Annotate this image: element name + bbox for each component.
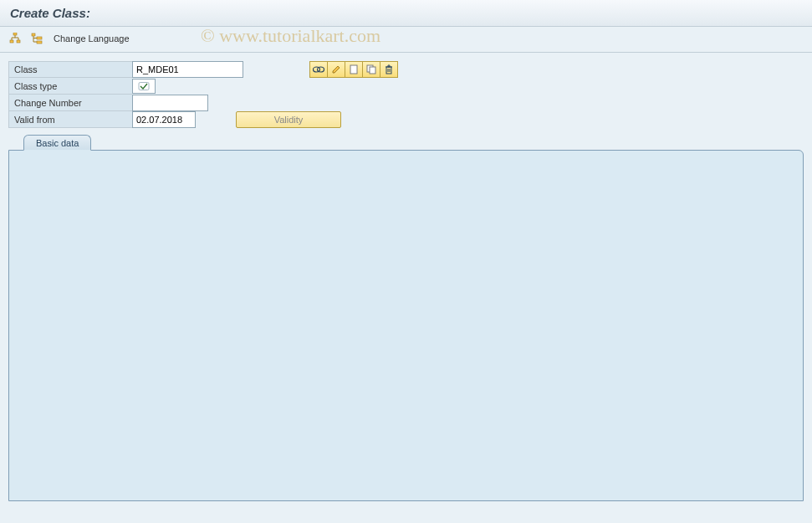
svg-point-7 [318, 67, 324, 72]
class-input[interactable] [132, 61, 243, 78]
label-class-type: Class type [8, 78, 132, 95]
svg-rect-10 [370, 67, 375, 74]
label-valid-from: Valid from [8, 111, 132, 128]
label-change-number: Change Number [8, 95, 132, 111]
svg-rect-3 [32, 33, 35, 36]
dropdown-check-icon [138, 82, 150, 90]
svg-rect-2 [17, 40, 20, 43]
change-language-button[interactable]: Change Language [50, 33, 133, 44]
title-bar: Create Class: [0, 0, 812, 27]
class-type-selector[interactable] [132, 79, 156, 94]
svg-rect-5 [37, 41, 42, 44]
structure-icon[interactable] [28, 30, 45, 47]
tab-host: Basic data [8, 150, 804, 501]
valid-from-input[interactable] [132, 111, 196, 128]
svg-rect-12 [139, 83, 149, 90]
form-area: Class Class type Change Number Valid fro… [0, 53, 812, 128]
svg-rect-11 [386, 67, 391, 74]
display-button[interactable] [309, 61, 328, 78]
edit-button[interactable] [327, 61, 345, 78]
tab-panel-basic-data [8, 150, 804, 501]
svg-rect-0 [13, 33, 17, 35]
action-icon-group [309, 61, 398, 78]
copy-button[interactable] [362, 61, 380, 78]
delete-button[interactable] [380, 61, 398, 78]
label-class: Class [8, 61, 132, 78]
svg-rect-1 [10, 40, 13, 43]
row-change-number: Change Number [8, 95, 804, 111]
validity-button[interactable]: Validity [236, 111, 341, 128]
row-valid-from: Valid from Validity [8, 111, 804, 128]
toolbar: Change Language [0, 27, 812, 53]
row-class: Class [8, 61, 804, 78]
create-button[interactable] [345, 61, 363, 78]
row-class-type: Class type [8, 78, 804, 95]
change-number-input[interactable] [132, 95, 208, 111]
tab-basic-data[interactable]: Basic data [23, 135, 91, 151]
page-title: Create Class: [10, 6, 802, 20]
tree-icon[interactable] [7, 30, 23, 47]
svg-rect-8 [350, 65, 357, 74]
svg-rect-4 [37, 37, 42, 39]
